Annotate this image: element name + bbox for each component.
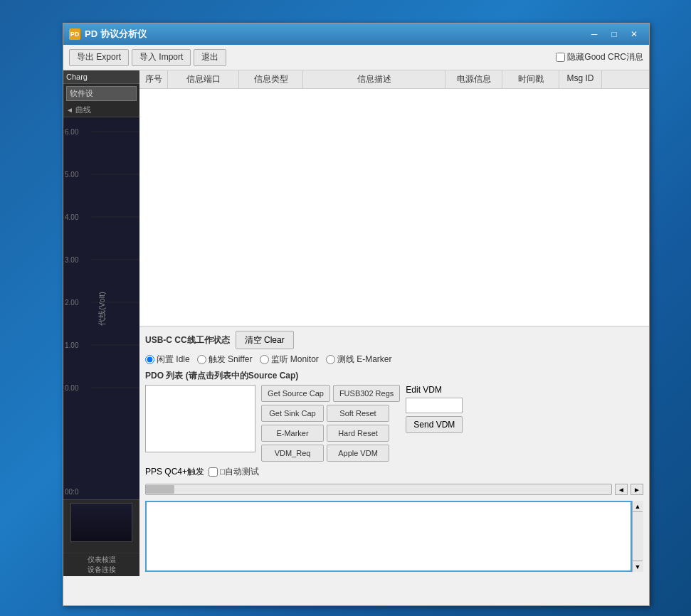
- th-time: 时间戳: [502, 70, 559, 88]
- software-settings-button[interactable]: 软件设: [66, 86, 137, 101]
- horizontal-scrollbar[interactable]: [145, 484, 612, 495]
- device-connect-label: 设备连接: [66, 565, 137, 575]
- chart-grid: [63, 117, 139, 499]
- title-bar-left: PD PD 协议分析仪: [69, 28, 147, 41]
- radio-emarker[interactable]: 测线 E-Marker: [326, 354, 392, 366]
- th-msgid: Msg ID: [559, 70, 602, 88]
- fusb302-regs-button[interactable]: FUSB302 Regs: [333, 385, 400, 402]
- chart-column: Charg 软件设 ◄ 曲线 6.00 5.00 4.00 3.00 2.00 …: [63, 70, 139, 576]
- pdo-btn-row-3: E-Marker Hard Reset: [261, 425, 400, 442]
- toolbar-left: 导出 Export 导入 Import 退出: [69, 49, 226, 66]
- hard-reset-button[interactable]: Hard Reset: [327, 425, 389, 442]
- th-type: 信息类型: [239, 70, 303, 88]
- device-temp-label: 仪表核温: [66, 555, 137, 565]
- edit-vdm-section: Edit VDM Send VDM: [406, 385, 463, 433]
- hide-crc-label[interactable]: 隐藏Good CRC消息: [556, 51, 643, 63]
- import-button[interactable]: 导入 Import: [132, 49, 191, 66]
- pdo-btn-row-2: Get Sink Cap Soft Reset: [261, 405, 400, 422]
- scroll-down-button[interactable]: ▼: [633, 561, 643, 572]
- minimize-button[interactable]: ─: [585, 27, 603, 41]
- chart-top-panel: Charg 软件设 ◄ 曲线: [63, 70, 139, 117]
- soft-reset-button[interactable]: Soft Reset: [327, 405, 389, 422]
- radio-sniffer[interactable]: 触发 Sniffer: [197, 354, 253, 366]
- exit-button[interactable]: 退出: [194, 49, 226, 66]
- data-column: 序号 信息端口 信息类型 信息描述 电源信息 时间戳 Msg ID USB-C …: [139, 70, 649, 576]
- e-marker-button[interactable]: E-Marker: [261, 425, 324, 442]
- table-header: 序号 信息端口 信息类型 信息描述 电源信息 时间戳 Msg ID: [139, 70, 649, 89]
- scrollbar-thumb: [146, 485, 174, 494]
- pdo-buttons: Get Source Cap FUSB302 Regs Get Sink Cap…: [261, 385, 400, 462]
- title-controls: ─ □ ✕: [585, 27, 643, 41]
- scroll-right-button[interactable]: ►: [631, 484, 643, 495]
- radio-idle[interactable]: 闲置 Idle: [145, 354, 190, 366]
- close-button[interactable]: ✕: [625, 27, 643, 41]
- th-power: 电源信息: [445, 70, 502, 88]
- main-window: PD PD 协议分析仪 ─ □ ✕ 导出 Export 导入 Import 退出…: [63, 23, 650, 606]
- export-button[interactable]: 导出 Export: [69, 49, 129, 66]
- charg-header: Charg: [63, 70, 139, 84]
- scroll-up-button[interactable]: ▲: [633, 501, 643, 512]
- radio-group: 闲置 Idle 触发 Sniffer 监听 Monitor 测线 E-Marke…: [145, 354, 643, 366]
- get-source-cap-button[interactable]: Get Source Cap: [261, 385, 330, 402]
- side-thumb-1: [70, 503, 132, 542]
- pdo-btn-row-1: Get Source Cap FUSB302 Regs: [261, 385, 400, 402]
- controls-area: USB-C CC线工作状态 清空 Clear 闲置 Idle 触发 Sniffe…: [139, 326, 649, 576]
- app-icon: PD: [69, 28, 80, 40]
- chart-canvas: 6.00 5.00 4.00 3.00 2.00 1.00 0.00 代线(Vo…: [63, 117, 139, 499]
- main-textarea[interactable]: [145, 501, 632, 572]
- usb-status-row: USB-C CC线工作状态 清空 Clear: [145, 331, 643, 349]
- vdm-req-button[interactable]: VDM_Req: [261, 445, 324, 462]
- pdo-label: PDO 列表 (请点击列表中的Source Cap): [145, 370, 643, 382]
- text-area-container: ▲ ▼: [145, 501, 643, 572]
- edit-vdm-label: Edit VDM: [406, 385, 463, 395]
- th-port: 信息端口: [168, 70, 239, 88]
- thumbnail-panel-1: [63, 499, 139, 553]
- th-desc: 信息描述: [303, 70, 445, 88]
- th-seq: 序号: [139, 70, 168, 88]
- scrollbar-row: ◄ ►: [145, 482, 643, 496]
- toolbar: 导出 Export 导入 Import 退出 隐藏Good CRC消息: [63, 45, 649, 70]
- scroll-left-button[interactable]: ◄: [615, 484, 628, 495]
- toolbar-right: 隐藏Good CRC消息: [556, 51, 643, 63]
- textarea-scrollbar[interactable]: ▲ ▼: [632, 501, 643, 572]
- curve-label[interactable]: ◄ 曲线: [63, 103, 139, 117]
- radio-monitor[interactable]: 监听 Monitor: [260, 354, 319, 366]
- pdo-btn-row-4: VDM_Req Apple VDM: [261, 445, 400, 462]
- charg-title: Charg: [66, 73, 88, 81]
- pps-label: PPS QC4+触发: [145, 466, 204, 478]
- auto-test-checkbox[interactable]: □自动测试: [209, 466, 259, 478]
- window-title: PD 协议分析仪: [85, 28, 147, 41]
- get-sink-cap-button[interactable]: Get Sink Cap: [261, 405, 324, 422]
- edit-vdm-input[interactable]: [406, 398, 463, 413]
- send-vdm-button[interactable]: Send VDM: [406, 416, 463, 433]
- clear-button[interactable]: 清空 Clear: [236, 331, 294, 349]
- usb-status-title: USB-C CC线工作状态: [145, 334, 230, 346]
- apple-vdm-button[interactable]: Apple VDM: [327, 445, 389, 462]
- device-label-area: 仪表核温 设备连接: [63, 553, 139, 576]
- pdo-content-row: Get Source Cap FUSB302 Regs Get Sink Cap…: [145, 385, 643, 462]
- main-split-area: Charg 软件设 ◄ 曲线 6.00 5.00 4.00 3.00 2.00 …: [63, 70, 649, 576]
- curve-arrow-icon: ◄: [66, 106, 73, 114]
- pdo-list[interactable]: [145, 385, 255, 452]
- data-table-area: 序号 信息端口 信息类型 信息描述 电源信息 时间戳 Msg ID: [139, 70, 649, 326]
- pps-row: PPS QC4+触发 □自动测试: [145, 466, 643, 478]
- table-body-empty: [139, 89, 649, 317]
- pdo-section: PDO 列表 (请点击列表中的Source Cap) Get Source Ca…: [145, 370, 643, 462]
- hide-crc-checkbox[interactable]: [556, 53, 565, 62]
- title-bar: PD PD 协议分析仪 ─ □ ✕: [63, 23, 649, 45]
- restore-button[interactable]: □: [605, 27, 623, 41]
